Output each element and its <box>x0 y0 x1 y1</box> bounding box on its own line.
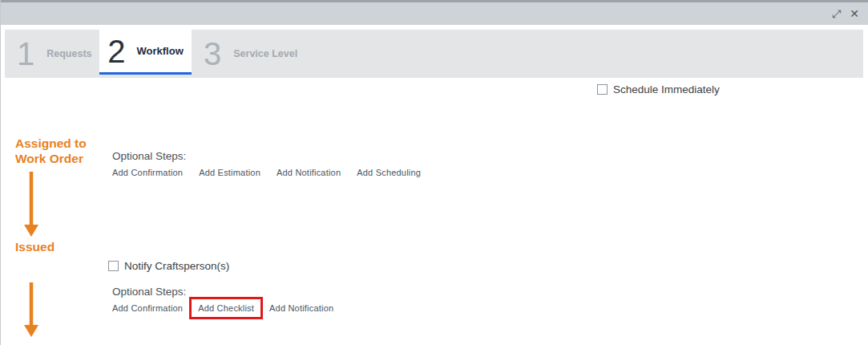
status-heading-assigned-to-work-order: Assigned to Work Order <box>15 136 110 167</box>
optional-steps-links: Add Confirmation Add Checklist Add Notif… <box>112 296 333 319</box>
notify-craftsperson-label[interactable]: Notify Craftsperson(s) <box>124 260 229 272</box>
step-label: Service Level <box>233 48 297 59</box>
step-number: 1 <box>17 38 34 70</box>
step-wizard-bar: 1 Requests 2 Workflow 3 Service Level <box>5 30 863 78</box>
highlight-box: Add Checklist <box>189 297 263 319</box>
schedule-immediately-row: Schedule Immediately <box>597 83 720 95</box>
step-number: 3 <box>204 38 221 70</box>
notify-craftsperson-row: Notify Craftsperson(s) <box>108 260 229 272</box>
tab-service-level[interactable]: 3 Service Level <box>204 30 297 78</box>
optional-steps-links: Add Confirmation Add Estimation Add Noti… <box>112 168 421 177</box>
schedule-immediately-checkbox[interactable] <box>597 84 608 95</box>
tab-requests[interactable]: 1 Requests <box>17 30 92 78</box>
flow-arrow-icon <box>23 282 39 339</box>
step-label: Workflow <box>136 45 183 57</box>
titlebar: ⤢ ✕ <box>1 0 868 25</box>
workflow-wizard-panel: { "titlebar": { "expand_icon": "⤢", "clo… <box>0 0 868 345</box>
step-label: Requests <box>46 48 91 59</box>
add-checklist-link[interactable]: Add Checklist <box>198 303 254 313</box>
add-confirmation-link[interactable]: Add Confirmation <box>112 303 183 313</box>
expand-icon[interactable]: ⤢ <box>832 6 841 21</box>
schedule-immediately-label[interactable]: Schedule Immediately <box>613 83 720 95</box>
optional-steps-label: Optional Steps: <box>112 150 186 162</box>
add-scheduling-link[interactable]: Add Scheduling <box>357 168 421 177</box>
titlebar-icons: ⤢ ✕ <box>832 6 859 21</box>
flow-arrow-icon <box>23 172 39 237</box>
add-estimation-link[interactable]: Add Estimation <box>199 168 260 177</box>
close-icon[interactable]: ✕ <box>850 6 859 21</box>
add-notification-link[interactable]: Add Notification <box>277 168 341 177</box>
tab-workflow[interactable]: 2 Workflow <box>99 30 192 75</box>
status-heading-issued: Issued <box>15 240 110 255</box>
step-number: 2 <box>107 35 125 67</box>
add-notification-link[interactable]: Add Notification <box>269 303 333 313</box>
notify-craftsperson-checkbox[interactable] <box>108 261 119 271</box>
add-confirmation-link[interactable]: Add Confirmation <box>112 168 183 177</box>
